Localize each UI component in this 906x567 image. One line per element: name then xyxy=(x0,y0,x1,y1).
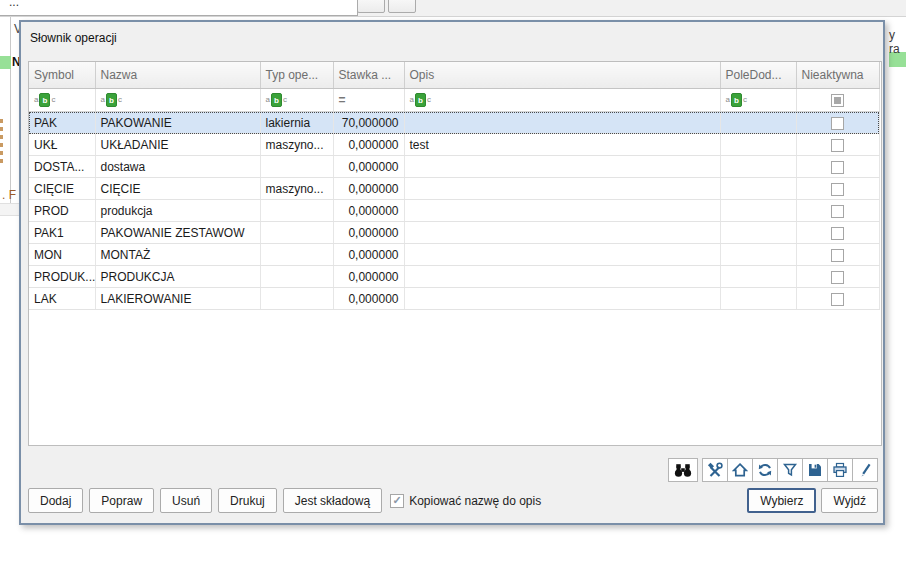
cell-stawka: 0,000000 xyxy=(333,178,404,200)
column-header-nieaktywna[interactable]: Nieaktywna xyxy=(796,62,879,89)
cell-typ xyxy=(260,156,333,178)
save-icon xyxy=(807,462,823,478)
cell-opis xyxy=(404,244,720,266)
table-row[interactable]: LAKLAKIEROWANIE0,000000 xyxy=(29,288,879,310)
cell-nieaktywna xyxy=(796,266,879,288)
background-mini-button-2[interactable] xyxy=(388,0,416,13)
cell-opis xyxy=(404,178,720,200)
inactive-checkbox[interactable] xyxy=(831,139,844,152)
inactive-checkbox[interactable] xyxy=(831,271,844,284)
filter-cell-poledod[interactable]: abc xyxy=(720,89,796,112)
column-header-poledod[interactable]: PoleDod... xyxy=(720,62,796,89)
cell-typ xyxy=(260,200,333,222)
inactive-checkbox[interactable] xyxy=(831,205,844,218)
cell-typ: lakiernia xyxy=(260,112,333,134)
inactive-checkbox[interactable] xyxy=(831,161,844,174)
inactive-checkbox[interactable] xyxy=(831,249,844,262)
background-text-field[interactable]: ... xyxy=(0,0,358,16)
cell-typ: maszyno... xyxy=(260,134,333,156)
cell-opis xyxy=(404,288,720,310)
cell-opis xyxy=(404,266,720,288)
filter-cell-symbol[interactable]: abc xyxy=(29,89,95,112)
filter-cell-typ[interactable]: abc xyxy=(260,89,333,112)
add-button[interactable]: Dodaj xyxy=(28,488,83,513)
home-button[interactable] xyxy=(727,458,753,482)
filter-cell-opis[interactable]: abc xyxy=(404,89,720,112)
column-header-typ[interactable]: Typ ope... xyxy=(260,62,333,89)
refresh-icon xyxy=(757,462,773,478)
filter-cell-stawka[interactable]: = xyxy=(333,89,404,112)
column-header-opis[interactable]: Opis xyxy=(404,62,720,89)
column-header-stawka[interactable]: Stawka ... xyxy=(333,62,404,89)
table-row[interactable]: PAKPAKOWANIElakiernia70,000000 xyxy=(29,112,879,134)
cell-stawka: 0,000000 xyxy=(333,244,404,266)
checkbox-filter-icon xyxy=(831,94,844,107)
grid-toolbar xyxy=(668,458,878,482)
filter-cell-nieaktywna[interactable] xyxy=(796,89,879,112)
cell-typ: maszyno... xyxy=(260,178,333,200)
cell-poledod xyxy=(720,244,796,266)
home-icon xyxy=(732,462,748,478)
background-text-field-value: ... xyxy=(9,0,19,9)
save-button[interactable] xyxy=(802,458,828,482)
edit-button[interactable] xyxy=(852,458,878,482)
cell-stawka: 0,000000 xyxy=(333,222,404,244)
pencil-icon xyxy=(857,462,873,478)
print-button[interactable] xyxy=(827,458,853,482)
table-row[interactable]: MONMONTAŻ0,000000 xyxy=(29,244,879,266)
column-header-symbol[interactable]: Symbol xyxy=(29,62,95,89)
table-row[interactable]: UKŁUKŁADANIEmaszyno...0,000000test xyxy=(29,134,879,156)
search-button[interactable] xyxy=(668,458,698,482)
settings-button[interactable] xyxy=(702,458,728,482)
cell-stawka: 0,000000 xyxy=(333,156,404,178)
cell-nieaktywna xyxy=(796,200,879,222)
inactive-checkbox[interactable] xyxy=(831,293,844,306)
edit-record-button[interactable]: Popraw xyxy=(89,488,154,513)
exit-button[interactable]: Wyjdź xyxy=(821,488,878,513)
grid-body: PAKPAKOWANIElakiernia70,000000UKŁUKŁADAN… xyxy=(29,112,879,310)
inactive-checkbox[interactable] xyxy=(831,227,844,240)
refresh-button[interactable] xyxy=(752,458,778,482)
select-button[interactable]: Wybierz xyxy=(747,488,816,513)
is-component-button[interactable]: Jest składową xyxy=(283,488,382,513)
background-mini-button-1[interactable] xyxy=(357,0,385,13)
delete-button[interactable]: Usuń xyxy=(160,488,212,513)
cell-poledod xyxy=(720,288,796,310)
background-green-row-left xyxy=(0,56,11,69)
dialog-footer: Dodaj Popraw Usuń Drukuj Jest składową K… xyxy=(28,488,878,513)
cell-poledod xyxy=(720,222,796,244)
filter-button[interactable] xyxy=(777,458,803,482)
cell-nazwa: PAKOWANIE ZESTAWOW xyxy=(95,222,260,244)
text-filter-icon: abc xyxy=(266,93,287,107)
table-row[interactable]: PAK1PAKOWANIE ZESTAWOW0,000000 xyxy=(29,222,879,244)
cell-stawka: 70,000000 xyxy=(333,112,404,134)
print-records-button[interactable]: Drukuj xyxy=(218,488,277,513)
background-text-fragment-right: y ra xyxy=(889,28,906,56)
column-header-nazwa[interactable]: Nazwa xyxy=(95,62,260,89)
cell-symbol: PRODUK... xyxy=(29,266,95,288)
cell-nieaktywna xyxy=(796,244,879,266)
table-row[interactable]: PRODUK...PRODUKCJA0,000000 xyxy=(29,266,879,288)
cell-nieaktywna xyxy=(796,288,879,310)
cell-typ xyxy=(260,266,333,288)
dictionary-dialog: Słownik operacji SymbolNazwaTyp ope...St… xyxy=(19,20,885,525)
table-row[interactable]: DOSTA...dostawa0,000000 xyxy=(29,156,879,178)
table-row[interactable]: CIĘCIECIĘCIEmaszyno...0,000000 xyxy=(29,178,879,200)
cell-nazwa: PAKOWANIE xyxy=(95,112,260,134)
inactive-checkbox[interactable] xyxy=(831,183,844,196)
cell-opis xyxy=(404,112,720,134)
cell-stawka: 0,000000 xyxy=(333,134,404,156)
cell-opis xyxy=(404,222,720,244)
cell-symbol: CIĘCIE xyxy=(29,178,95,200)
cell-symbol: MON xyxy=(29,244,95,266)
table-row[interactable]: PRODprodukcja0,000000 xyxy=(29,200,879,222)
filter-cell-nazwa[interactable]: abc xyxy=(95,89,260,112)
cell-stawka: 0,000000 xyxy=(333,288,404,310)
background-row-fragment xyxy=(0,203,19,216)
copy-name-checkbox-label: Kopiować nazwę do opis xyxy=(409,494,541,508)
copy-name-checkbox[interactable] xyxy=(390,494,404,508)
cell-typ xyxy=(260,288,333,310)
inactive-checkbox[interactable] xyxy=(831,117,844,130)
grid-header-row: SymbolNazwaTyp ope...Stawka ...OpisPoleD… xyxy=(29,62,879,89)
cell-symbol: UKŁ xyxy=(29,134,95,156)
